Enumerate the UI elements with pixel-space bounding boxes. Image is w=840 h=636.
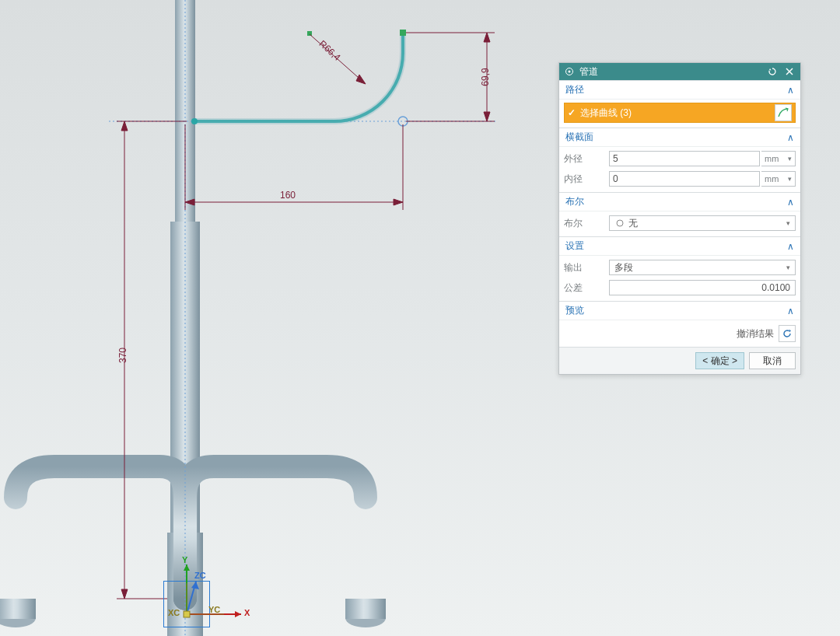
svg-rect-15 <box>400 30 406 36</box>
select-curve-row[interactable]: ✓ 选择曲线 (3) <box>564 103 796 123</box>
origin-selection-box <box>163 581 210 627</box>
chevron-up-icon: ∧ <box>787 85 794 96</box>
section-cross-header[interactable]: 横截面 ∧ <box>559 128 800 146</box>
tube-dialog: 管道 路径 ∧ ✓ 选择曲线 (3) 横截面 ∧ 外径 <box>558 62 801 375</box>
dialog-title: 管道 <box>579 65 761 79</box>
svg-marker-28 <box>356 75 366 84</box>
none-icon <box>614 218 625 228</box>
chevron-down-icon: ▾ <box>788 175 792 183</box>
chevron-up-icon: ∧ <box>787 197 794 208</box>
outer-diameter-unit[interactable]: mm ▾ <box>761 151 796 166</box>
cancel-button[interactable]: 取消 <box>749 352 796 369</box>
boolean-value: 无 <box>625 217 786 230</box>
section-path-header[interactable]: 路径 ∧ <box>559 80 800 99</box>
close-button[interactable] <box>783 65 796 78</box>
dialog-button-bar: < 确定 > 取消 <box>559 347 800 374</box>
svg-rect-6 <box>345 599 386 619</box>
section-preview-header[interactable]: 预览 ∧ <box>559 301 800 320</box>
inner-diameter-input[interactable] <box>609 171 760 187</box>
dimension-label-69: 69,9 <box>480 68 491 86</box>
svg-point-13 <box>191 118 198 124</box>
chevron-down-icon: ▾ <box>786 219 790 227</box>
chevron-down-icon: ▾ <box>788 155 792 162</box>
section-settings-body: 输出 多段 ▾ 公差 0.0100 <box>559 255 800 301</box>
dimension-label-160: 160 <box>280 190 296 201</box>
chevron-up-icon: ∧ <box>787 241 794 252</box>
section-boolean-header[interactable]: 布尔 ∧ <box>559 192 800 211</box>
unit-label: mm <box>765 174 779 183</box>
section-path-title: 路径 <box>565 83 584 96</box>
chevron-up-icon: ∧ <box>787 306 794 316</box>
ok-button[interactable]: < 确定 > <box>695 352 744 369</box>
output-value: 多段 <box>614 261 786 274</box>
section-boolean-body: 布尔 无 ▾ <box>559 211 800 236</box>
reset-button[interactable] <box>766 65 779 78</box>
tolerance-value: 0.0100 <box>761 282 790 293</box>
cancel-label: 取消 <box>763 355 782 368</box>
svg-point-44 <box>569 71 571 73</box>
chevron-down-icon: ▾ <box>786 264 790 271</box>
section-preview-body: 撤消结果 <box>559 320 800 347</box>
inner-diameter-unit[interactable]: mm ▾ <box>761 171 796 187</box>
boolean-dropdown[interactable]: 无 ▾ <box>609 215 796 231</box>
svg-point-48 <box>617 220 623 226</box>
check-icon: ✓ <box>568 107 576 118</box>
section-cross-title: 横截面 <box>565 131 593 144</box>
section-boolean-title: 布尔 <box>565 195 584 208</box>
section-settings-header[interactable]: 设置 ∧ <box>559 236 800 255</box>
outer-diameter-field[interactable] <box>610 152 759 166</box>
inner-diameter-label: 内径 <box>564 173 604 186</box>
inner-diameter-field[interactable] <box>610 172 759 186</box>
undo-result-button[interactable] <box>779 325 796 342</box>
curve-rule-button[interactable] <box>775 104 792 121</box>
chevron-up-icon: ∧ <box>787 132 794 143</box>
svg-rect-4 <box>0 599 36 619</box>
section-settings-title: 设置 <box>565 239 584 253</box>
svg-marker-49 <box>789 330 791 333</box>
section-path-body: ✓ 选择曲线 (3) <box>559 99 800 128</box>
section-preview-title: 预览 <box>565 304 584 317</box>
tolerance-input[interactable]: 0.0100 <box>609 280 796 295</box>
svg-marker-45 <box>769 68 772 71</box>
tolerance-label: 公差 <box>564 281 604 295</box>
output-label: 输出 <box>564 261 604 274</box>
unit-label: mm <box>765 154 779 163</box>
dimension-label-370: 370 <box>117 348 128 363</box>
boolean-label: 布尔 <box>564 217 604 230</box>
outer-diameter-label: 外径 <box>564 152 604 166</box>
select-curve-label: 选择曲线 (3) <box>580 107 770 120</box>
svg-marker-26 <box>394 199 403 205</box>
dialog-titlebar[interactable]: 管道 <box>559 63 800 80</box>
output-dropdown[interactable]: 多段 ▾ <box>609 260 796 275</box>
undo-result-label: 撤消结果 <box>737 327 774 341</box>
svg-marker-20 <box>121 589 128 599</box>
ok-label: < 确定 > <box>702 355 737 368</box>
svg-rect-14 <box>307 31 312 36</box>
svg-marker-19 <box>121 121 128 131</box>
svg-marker-33 <box>484 112 490 121</box>
outer-diameter-input[interactable] <box>609 151 760 166</box>
section-cross-body: 外径 mm ▾ 内径 mm ▾ <box>559 146 800 192</box>
gear-icon <box>564 66 575 77</box>
svg-marker-32 <box>484 33 490 42</box>
